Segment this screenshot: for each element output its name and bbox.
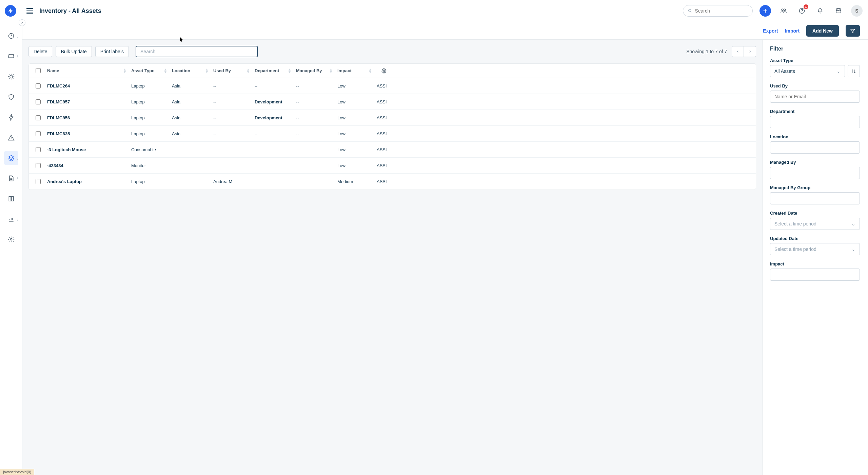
delete-button[interactable]: Delete — [28, 46, 52, 57]
apps-button[interactable] — [833, 5, 844, 17]
bulk-update-button[interactable]: Bulk Update — [56, 46, 92, 57]
table-row[interactable]: FDLMC635 Laptop Asia -- -- -- Low ASSI — [29, 126, 756, 142]
export-link[interactable]: Export — [763, 28, 778, 34]
sort-icon[interactable]: ▲▼ — [369, 68, 372, 74]
col-managed-by[interactable]: Managed By — [296, 68, 322, 73]
row-checkbox[interactable] — [36, 163, 41, 168]
row-checkbox[interactable] — [36, 147, 41, 152]
filter-managed-by-input[interactable] — [770, 167, 860, 179]
shield-icon — [8, 94, 15, 100]
row-last: ASSI — [377, 131, 387, 136]
sidebar-tickets[interactable]: ⋮ — [4, 49, 18, 63]
bell-icon — [817, 8, 823, 14]
chevron-left-icon — [736, 50, 739, 53]
row-checkbox[interactable] — [36, 115, 41, 120]
sort-icon[interactable]: ▲▼ — [246, 68, 250, 74]
col-used-by[interactable]: Used By — [213, 68, 231, 73]
team-icon-button[interactable] — [778, 5, 789, 17]
col-name[interactable]: Name — [47, 68, 59, 73]
search-icon — [688, 8, 692, 13]
sort-icon[interactable]: ▲▼ — [123, 68, 126, 74]
row-checkbox[interactable] — [36, 83, 41, 88]
svg-point-6 — [10, 239, 12, 240]
print-labels-button[interactable]: Print labels — [95, 46, 129, 57]
filter-location-input[interactable] — [770, 141, 860, 154]
filter-updated-date-select[interactable]: Select a time period ⌄ — [770, 243, 860, 255]
filter-managed-by-group-input[interactable] — [770, 192, 860, 204]
table-row[interactable]: Andrea's Laptop Laptop -- Andrea M -- --… — [29, 174, 756, 190]
col-department[interactable]: Department — [255, 68, 279, 73]
sort-icon[interactable]: ▲▼ — [164, 68, 167, 74]
global-search[interactable] — [683, 5, 753, 17]
row-last: ASSI — [377, 115, 387, 120]
filter-impact-input[interactable] — [770, 269, 860, 281]
avatar[interactable]: S — [851, 5, 863, 17]
svg-point-5 — [9, 75, 12, 78]
sidebar-contracts[interactable]: ⋮ — [4, 171, 18, 185]
notifications-button[interactable] — [814, 5, 826, 17]
sidebar-alerts[interactable]: ⋮ — [4, 131, 18, 145]
sidebar-admin[interactable] — [4, 232, 18, 246]
help-button[interactable]: 1 — [796, 5, 808, 17]
table-search[interactable] — [136, 46, 258, 57]
table-row[interactable]: -3 Logitech Mouse Consumable -- -- -- --… — [29, 142, 756, 158]
filter-created-date-select[interactable]: Select a time period ⌄ — [770, 218, 860, 230]
sidebar-expand[interactable] — [19, 19, 25, 26]
global-search-input[interactable] — [695, 8, 748, 14]
table-row[interactable]: FDLMC857 Laptop Asia -- Development -- L… — [29, 94, 756, 110]
table-area: Delete Bulk Update Print labels Showing … — [22, 40, 762, 475]
filter-asset-type-select[interactable]: All Assets ⌄ — [770, 65, 845, 77]
next-page[interactable] — [744, 46, 756, 57]
prev-page[interactable] — [732, 46, 744, 57]
sidebar-releases[interactable] — [4, 110, 18, 124]
sort-icon[interactable]: ▲▼ — [329, 68, 333, 74]
row-last: ASSI — [377, 179, 387, 184]
table-search-input[interactable] — [136, 46, 258, 57]
add-button[interactable] — [760, 5, 771, 17]
page-title: Inventory - All Assets — [39, 7, 101, 15]
filter-toggle-button[interactable] — [846, 25, 860, 37]
filter-used-by-input[interactable] — [770, 91, 860, 103]
sort-icon[interactable]: ▲▼ — [205, 68, 209, 74]
import-link[interactable]: Import — [785, 28, 800, 34]
row-managed-by: -- — [296, 83, 299, 88]
sidebar-changes[interactable] — [4, 90, 18, 104]
col-type[interactable]: Asset Type — [131, 68, 154, 73]
row-location: Asia — [172, 99, 180, 104]
logo[interactable] — [5, 5, 16, 17]
sort-icon[interactable]: ▲▼ — [288, 68, 291, 74]
col-location[interactable]: Location — [172, 68, 190, 73]
filter-sort-button[interactable] — [848, 65, 860, 77]
row-managed-by: -- — [296, 99, 299, 104]
row-used-by: -- — [213, 147, 216, 152]
table-row[interactable]: FDLMC856 Laptop Asia -- Development -- L… — [29, 110, 756, 126]
row-location: Asia — [172, 131, 180, 136]
row-type: Consumable — [131, 147, 156, 152]
row-checkbox[interactable] — [36, 99, 41, 104]
top-header: Inventory - All Assets 1 S — [0, 0, 868, 22]
gear-icon[interactable] — [381, 68, 387, 74]
filter-department-input[interactable] — [770, 116, 860, 128]
sidebar-dashboard[interactable]: ⋮ — [4, 29, 18, 43]
row-impact: Low — [337, 99, 346, 104]
sidebar-reports[interactable]: ⋮ — [4, 212, 18, 226]
row-used-by: -- — [213, 131, 216, 136]
svg-point-7 — [383, 70, 385, 72]
sidebar-problems[interactable] — [4, 70, 18, 84]
row-managed-by: -- — [296, 131, 299, 136]
add-new-button[interactable]: Add New — [806, 25, 839, 37]
hamburger-menu[interactable] — [26, 8, 33, 14]
row-location: -- — [172, 163, 175, 168]
table-row[interactable]: -423434 Monitor -- -- -- -- Low ASSI — [29, 158, 756, 174]
funnel-icon — [850, 28, 855, 34]
table-row[interactable]: FDLMC264 Laptop Asia -- -- -- Low ASSI — [29, 78, 756, 94]
select-all-checkbox[interactable] — [36, 68, 41, 73]
sidebar-solutions[interactable] — [4, 192, 18, 206]
row-location: Asia — [172, 115, 180, 120]
row-checkbox[interactable] — [36, 179, 41, 184]
row-managed-by: -- — [296, 163, 299, 168]
row-last: ASSI — [377, 163, 387, 168]
sidebar-inventory[interactable]: ⋮ — [4, 151, 18, 165]
row-checkbox[interactable] — [36, 131, 41, 136]
col-impact[interactable]: Impact — [337, 68, 352, 73]
